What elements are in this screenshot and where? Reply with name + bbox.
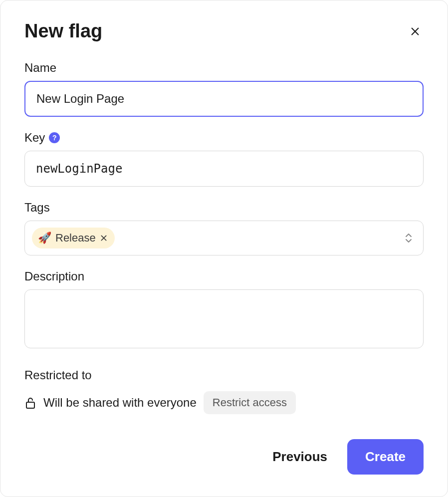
create-button[interactable]: Create	[347, 439, 424, 475]
key-label: Key	[24, 131, 45, 145]
restricted-section: Restricted to Will be shared with everyo…	[24, 368, 424, 414]
chevron-down-icon	[405, 238, 412, 243]
chevron-up-icon	[405, 233, 412, 238]
tags-select[interactable]: 🚀 Release	[24, 221, 424, 255]
new-flag-modal: New flag Name Key ? Tags 🚀 Rele	[0, 0, 448, 497]
svg-rect-4	[26, 402, 34, 408]
restrict-access-button[interactable]: Restrict access	[204, 391, 296, 414]
name-input[interactable]	[24, 81, 424, 117]
description-label: Description	[24, 269, 84, 283]
tag-pill-release: 🚀 Release	[32, 228, 115, 248]
tags-field-group: Tags 🚀 Release	[24, 201, 424, 255]
unlock-icon	[24, 396, 36, 409]
help-icon[interactable]: ?	[49, 132, 60, 143]
tags-list: 🚀 Release	[32, 228, 115, 248]
select-toggle[interactable]	[405, 233, 416, 243]
description-field-group: Description	[24, 269, 424, 350]
previous-button[interactable]: Previous	[272, 449, 327, 465]
key-input[interactable]	[24, 151, 424, 187]
close-icon	[100, 234, 108, 242]
modal-title: New flag	[24, 20, 102, 42]
key-field-group: Key ?	[24, 131, 424, 187]
tag-label: Release	[55, 232, 96, 245]
close-button[interactable]	[407, 23, 424, 40]
tags-label: Tags	[24, 201, 50, 215]
modal-footer: Previous Create	[24, 419, 424, 475]
tag-remove-button[interactable]	[100, 234, 108, 242]
restricted-label: Restricted to	[24, 368, 92, 382]
name-label: Name	[24, 61, 56, 75]
close-icon	[410, 26, 421, 37]
name-field-group: Name	[24, 61, 424, 117]
rocket-icon: 🚀	[38, 232, 51, 245]
share-text: Will be shared with everyone	[43, 396, 197, 410]
description-input[interactable]	[24, 289, 424, 348]
modal-header: New flag	[24, 20, 424, 42]
